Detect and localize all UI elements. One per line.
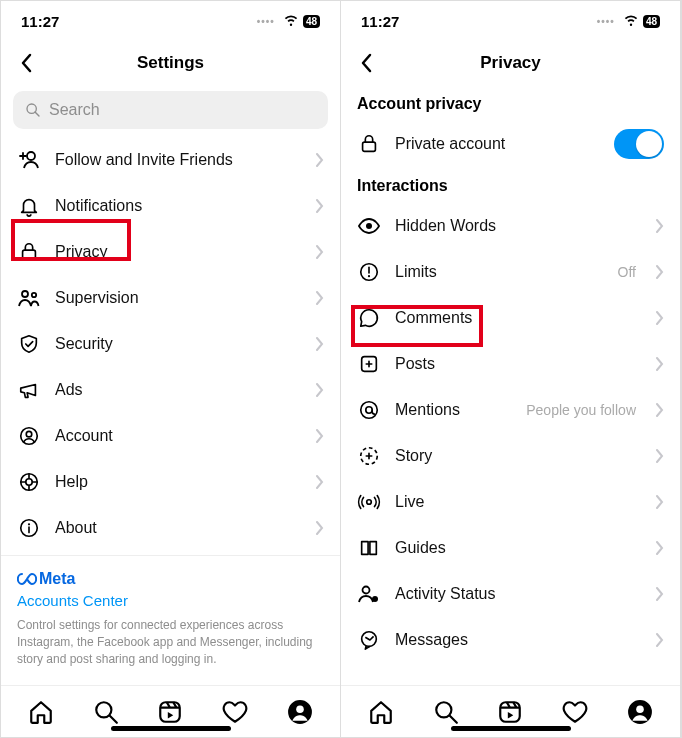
chevron-right-icon [316,521,324,535]
row-label: Supervision [55,289,302,307]
row-account[interactable]: Account [1,413,340,459]
row-limits[interactable]: Limits Off [341,249,680,295]
page-title: Settings [137,53,204,73]
row-notifications[interactable]: Notifications [1,183,340,229]
row-label: Story [395,447,642,465]
tab-search[interactable] [92,698,120,726]
chevron-right-icon [656,265,664,279]
chevron-right-icon [316,429,324,443]
svg-point-5 [32,293,36,297]
person-plus-icon [17,148,41,172]
chevron-right-icon [316,291,324,305]
row-mentions[interactable]: Mentions People you follow [341,387,680,433]
row-label: Comments [395,309,642,327]
live-icon [357,491,381,513]
row-live[interactable]: Live [341,479,680,525]
svg-line-30 [450,715,457,722]
chevron-right-icon [316,199,324,213]
tab-profile[interactable] [626,698,654,726]
cellular-dots-icon: •••• [597,16,615,27]
chevron-right-icon [656,449,664,463]
chevron-right-icon [656,357,664,371]
chevron-right-icon [656,587,664,601]
row-security[interactable]: Security [1,321,340,367]
limits-icon [357,261,381,283]
svg-point-33 [636,705,644,713]
row-privacy[interactable]: Privacy [1,229,340,275]
tab-reels[interactable] [496,698,524,726]
row-private-account: Private account [341,121,680,167]
row-label: Activity Status [395,585,642,603]
search-icon [25,102,41,118]
battery-icon: 48 [643,15,660,28]
row-messages[interactable]: Messages [341,617,680,663]
row-help[interactable]: Help [1,459,340,505]
messages-icon [357,629,381,651]
chevron-right-icon [316,475,324,489]
cellular-dots-icon: •••• [257,16,275,27]
private-account-toggle[interactable] [614,129,664,159]
row-label: Follow and Invite Friends [55,151,302,169]
status-right: •••• 48 [597,15,660,28]
tab-home[interactable] [367,698,395,726]
chevron-right-icon [656,633,664,647]
supervision-icon [17,286,41,310]
tab-search[interactable] [432,698,460,726]
row-label: Hidden Words [395,217,642,235]
nav-header: Settings [1,41,340,85]
row-about[interactable]: About [1,505,340,551]
row-label: Limits [395,263,604,281]
row-comments[interactable]: Comments [341,295,680,341]
svg-point-4 [22,291,28,297]
svg-point-27 [372,596,378,602]
meta-logo: Meta [17,570,324,588]
search-input[interactable]: Search [13,91,328,129]
row-story[interactable]: Story [341,433,680,479]
row-label: About [55,519,302,537]
meta-infinity-icon [17,572,37,586]
chevron-right-icon [656,311,664,325]
megaphone-icon [17,379,41,401]
back-button[interactable] [351,48,381,78]
back-button[interactable] [11,48,41,78]
status-time: 11:27 [21,13,59,30]
nav-header: Privacy [341,41,680,85]
help-icon [17,471,41,493]
home-indicator [451,726,571,731]
settings-content: Search Follow and Invite Friends Notific… [1,85,340,685]
accounts-center-link[interactable]: Accounts Center [17,592,324,609]
battery-icon: 48 [303,15,320,28]
row-trail: People you follow [526,402,636,418]
wifi-icon [283,15,299,27]
tab-activity[interactable] [221,698,249,726]
status-bar: 11:27 •••• 48 [341,1,680,41]
row-hidden-words[interactable]: Hidden Words [341,203,680,249]
svg-line-13 [110,715,117,722]
row-posts[interactable]: Posts [341,341,680,387]
tab-home[interactable] [27,698,55,726]
chevron-right-icon [656,219,664,233]
page-title: Privacy [480,53,541,73]
wifi-icon [623,15,639,27]
svg-point-26 [363,587,370,594]
activity-icon [357,582,381,606]
status-right: •••• 48 [257,15,320,28]
tab-profile[interactable] [286,698,314,726]
tab-activity[interactable] [561,698,589,726]
svg-point-18 [366,223,372,229]
privacy-screen: 11:27 •••• 48 Privacy Account privacy Pr… [341,1,681,737]
chevron-right-icon [316,383,324,397]
chevron-right-icon [316,153,324,167]
row-activity-status[interactable]: Activity Status [341,571,680,617]
tab-reels[interactable] [156,698,184,726]
row-supervision[interactable]: Supervision [1,275,340,321]
account-icon [17,425,41,447]
privacy-content: Account privacy Private account Interact… [341,85,680,685]
row-guides[interactable]: Guides [341,525,680,571]
row-trail: Off [618,264,636,280]
footer-meta: Meta Accounts Center Control settings fo… [1,555,340,677]
row-follow-invite[interactable]: Follow and Invite Friends [1,137,340,183]
row-label: Guides [395,539,642,557]
row-ads[interactable]: Ads [1,367,340,413]
row-label: Live [395,493,642,511]
